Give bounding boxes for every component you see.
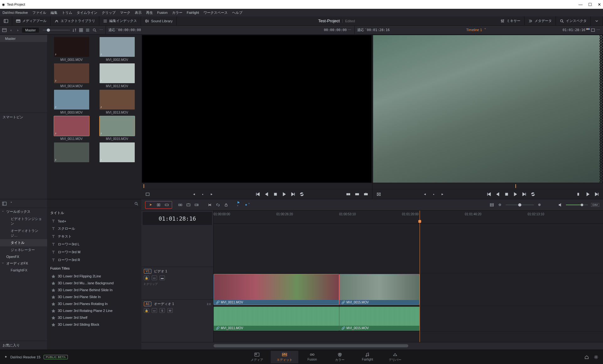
menu-workspace[interactable]: ワークスペース xyxy=(204,10,228,15)
menu-timeline[interactable]: タイムライン xyxy=(77,10,97,15)
search-icon[interactable] xyxy=(92,28,97,33)
view-list[interactable] xyxy=(85,28,90,33)
dynamic-trim-tool[interactable] xyxy=(164,202,169,207)
fx-toolbox[interactable]: ツールボックス xyxy=(0,208,47,215)
v1-lock[interactable]: 🔒 xyxy=(144,276,149,280)
sort-button[interactable] xyxy=(72,28,77,33)
fusion-title-item[interactable]: 3D Lower 3rd Sliding Block xyxy=(47,321,141,328)
program-matchframe[interactable] xyxy=(376,192,381,197)
program-fit-dropdown[interactable]: 適応 ˅ xyxy=(357,28,367,32)
page-edit[interactable]: エディット xyxy=(271,351,298,363)
prog-next-edit[interactable] xyxy=(585,192,590,197)
menu-clip[interactable]: クリップ xyxy=(102,10,116,15)
title-item[interactable]: テキスト xyxy=(47,233,141,240)
title-item[interactable]: ローワー3rd M xyxy=(47,248,141,256)
menu-color[interactable]: カラー xyxy=(172,10,182,15)
source-frame[interactable] xyxy=(142,35,372,183)
media-clip[interactable]: ♪MVI_0002.MOV xyxy=(95,37,139,62)
zoom-out-icon[interactable]: ⊖ xyxy=(497,202,503,207)
more-icon[interactable]: ⋯ xyxy=(99,28,104,33)
bin-view-dropdown[interactable] xyxy=(2,28,7,33)
trim-tool[interactable] xyxy=(156,202,161,207)
panel-expand[interactable] xyxy=(591,16,603,25)
view-grid[interactable] xyxy=(79,28,83,33)
window-minimize[interactable]: — xyxy=(579,2,583,7)
layout-toggle[interactable] xyxy=(0,16,12,25)
tl-zoom-slider[interactable] xyxy=(506,205,534,205)
a1-mute[interactable]: M xyxy=(167,308,173,313)
source-matchframe[interactable] xyxy=(145,192,150,197)
fusion-title-item[interactable]: 3D Lower 3rd Plane Behind Slide In xyxy=(47,286,141,293)
tab-metadata[interactable]: メタデータ xyxy=(524,16,556,25)
a1-lock[interactable]: 🔒 xyxy=(144,308,149,313)
title-item[interactable]: スクロール xyxy=(47,225,141,233)
timeline-audio-clip[interactable]: 🔗MVI_0011.MOV xyxy=(214,307,339,331)
fx-generators[interactable]: ジェネレーター xyxy=(0,246,47,254)
mark-dot[interactable]: • xyxy=(200,192,205,197)
menu-fairlight[interactable]: Fairlight xyxy=(187,11,199,14)
history-back[interactable]: ‹ xyxy=(8,28,13,33)
fx-audio-transitions[interactable]: オーディオトランジ… xyxy=(0,227,47,239)
scopes-icon[interactable] xyxy=(585,28,590,33)
tab-effects-library[interactable]: エフェクトライブラリ xyxy=(51,16,99,25)
media-clip[interactable]: ♪ xyxy=(50,142,93,163)
tab-mixer[interactable]: ミキサー xyxy=(497,16,524,25)
media-clip[interactable]: ♪MVI_0001.MOV xyxy=(50,37,93,62)
fx-caret[interactable]: ˅ xyxy=(9,201,14,206)
prog-step-fwd-icon[interactable] xyxy=(522,192,527,197)
page-media[interactable]: メディア xyxy=(243,351,271,363)
timeline-audio-clip[interactable]: 🔗MVI_0015.MOV xyxy=(339,307,420,331)
blade-tool[interactable] xyxy=(178,202,183,207)
step-fwd-icon[interactable] xyxy=(291,192,296,197)
timeline-video-clip[interactable]: 🔗MVI_0011.MOV xyxy=(214,274,339,305)
lock-icon[interactable] xyxy=(224,202,229,207)
menu-edit[interactable]: 編集 xyxy=(51,10,57,15)
fx-titles[interactable]: タイトル xyxy=(0,239,47,246)
history-fwd[interactable]: › xyxy=(15,28,20,33)
media-clip[interactable]: ♪MVI_0013.MOV xyxy=(95,90,139,114)
title-item[interactable]: ローワー3rd R xyxy=(47,256,141,264)
fusion-title-item[interactable]: 3D Lower 3rd Mu…lane Background xyxy=(47,280,141,286)
home-icon[interactable] xyxy=(584,355,589,360)
marker-icon[interactable]: ● ˅ xyxy=(245,202,250,207)
media-clip[interactable]: ♪MVI_0012.MOV xyxy=(95,63,139,88)
prog-loop-icon[interactable] xyxy=(530,192,535,197)
tab-sound-library[interactable]: Sound Library xyxy=(141,16,177,25)
source-fit-dropdown[interactable]: 適応 ˅ xyxy=(108,28,118,32)
tab-edit-index[interactable]: 編集インデックス xyxy=(99,16,141,25)
v1-enable[interactable]: ▬ xyxy=(160,276,165,280)
window-close[interactable]: ✕ xyxy=(598,2,601,7)
source-more[interactable]: ⋯ xyxy=(347,28,352,33)
breadcrumb[interactable]: Master xyxy=(22,28,39,33)
timeline-ruler[interactable]: 01:00:00:0001:00:26:2001:00:53:1001:01:2… xyxy=(214,211,603,224)
media-clip[interactable]: ♪ xyxy=(95,142,139,163)
program-scrubber[interactable] xyxy=(372,183,603,189)
fusion-title-item[interactable]: 3D Lower 3rd Plane Slide In xyxy=(47,293,141,300)
menu-trim[interactable]: トリム xyxy=(62,10,72,15)
menu-playback[interactable]: 再生 xyxy=(146,10,153,15)
title-item[interactable]: ローワー3rd L xyxy=(47,240,141,248)
menu-view[interactable]: 表示 xyxy=(135,10,142,15)
window-maximize[interactable]: ☐ xyxy=(588,2,592,7)
mark-in-icon[interactable]: ◂ xyxy=(192,192,197,197)
fx-video-transitions[interactable]: ビデオトランジション xyxy=(0,215,47,227)
fusion-title-item[interactable]: 3D Lower 3rd Planes Rotating In xyxy=(47,300,141,307)
menu-mark[interactable]: マーク xyxy=(120,10,130,15)
a1-autoselect[interactable]: ▭ xyxy=(152,308,157,313)
stop-icon[interactable] xyxy=(273,192,278,197)
menu-davinci[interactable]: DaVinci Resolve xyxy=(3,11,28,14)
a1-badge[interactable]: A1 xyxy=(144,302,151,306)
page-fairlight[interactable]: Fairlight xyxy=(354,351,381,363)
prog-mark-in[interactable]: ◂ xyxy=(422,192,427,197)
insert-icon[interactable] xyxy=(346,192,351,197)
selection-tool[interactable]: ➤ xyxy=(148,202,153,207)
page-fusion[interactable]: Fusion xyxy=(298,351,326,363)
bin-master[interactable]: Master xyxy=(0,35,47,42)
a1-solo[interactable]: S xyxy=(160,308,165,313)
timeline-name[interactable]: Timeline 1 ˅ xyxy=(466,28,486,32)
fx-audiofx[interactable]: オーディオFX xyxy=(0,260,47,267)
goto-start-icon[interactable] xyxy=(255,192,260,197)
media-clip[interactable]: ♪MVI_0011.MOV xyxy=(50,116,93,141)
fx-fairlightfx[interactable]: FairlightFX xyxy=(0,267,47,273)
prog-step-back-icon[interactable] xyxy=(495,192,500,197)
